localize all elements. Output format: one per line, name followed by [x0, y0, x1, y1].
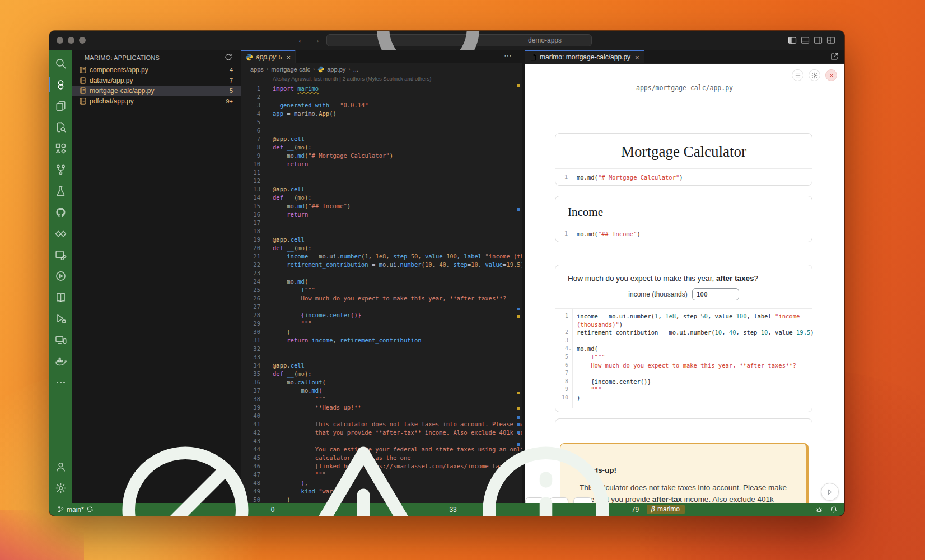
file-name: components/app.py: [90, 66, 148, 74]
preview-code-line: (thousands)"): [555, 321, 812, 329]
tab-app-py[interactable]: app.py 5 ×: [241, 50, 296, 63]
preview-code-line: 1income = mo.ui.number(1, 1e8, step=50, …: [555, 312, 812, 321]
diamonds-activity-item[interactable]: [49, 223, 72, 244]
vscode-window: ← → demo-apps MARIMO: APPLICATIONS: [49, 31, 844, 516]
docker-activity-item[interactable]: [49, 350, 72, 371]
file-row[interactable]: components/app.py 4: [72, 65, 241, 76]
ruler-mark: [517, 308, 520, 310]
code-line: 12: [241, 177, 522, 185]
open-external-icon[interactable]: [830, 52, 839, 60]
close-icon[interactable]: ×: [635, 53, 639, 62]
devices-icon: [55, 334, 67, 346]
book-activity-item[interactable]: [49, 286, 72, 308]
more-icon: [55, 377, 67, 388]
breadcrumb-item[interactable]: app.py: [327, 66, 345, 73]
menu-button[interactable]: [792, 69, 803, 81]
income-heading: Income: [568, 205, 603, 219]
file-name: pdfchat/app.py: [90, 97, 134, 105]
breadcrumb-item[interactable]: mortgage-calc: [271, 66, 310, 73]
cell-code[interactable]: mo.md("# Mortgage Calculator"): [572, 174, 683, 181]
file-list: components/app.py 4 dataviz/app.py 7 mor…: [72, 65, 241, 106]
command-center-label: demo-apps: [528, 36, 562, 44]
marimo-remote-badge[interactable]: β marimo: [647, 505, 685, 514]
zoom-window-button[interactable]: [79, 37, 86, 44]
code-line: 22 retirement_contribution = mo.ui.numbe…: [241, 261, 522, 269]
code-line: 20def __(mo):: [241, 244, 522, 252]
minimize-window-button[interactable]: [68, 37, 74, 44]
file-row[interactable]: dataviz/app.py 7: [72, 76, 241, 86]
history-forward-button[interactable]: →: [312, 35, 320, 44]
window-edit-activity-item[interactable]: [49, 244, 72, 265]
cell-code-block[interactable]: 1income = mo.ui.number(1, 1e8, step=50, …: [555, 308, 812, 408]
code-line: 35def __(mo):: [241, 370, 522, 378]
refresh-icon[interactable]: [224, 53, 233, 62]
code-line: 23: [241, 269, 522, 277]
breadcrumb[interactable]: apps›mortgage-calc›app.py›...: [241, 64, 522, 74]
more-actions-icon[interactable]: ⋯: [504, 51, 512, 60]
bell-icon[interactable]: [830, 506, 838, 514]
code-line: 28 {income.center()}: [241, 311, 522, 319]
warning-count: 33: [449, 506, 456, 514]
tab-marimo-preview[interactable]: marimo: mortgage-calc/app.py ×: [525, 50, 644, 63]
toggle-secondary-sidebar-icon[interactable]: [814, 36, 823, 45]
history-back-button[interactable]: ←: [297, 35, 305, 44]
code-line: 11: [241, 168, 522, 177]
sync-icon[interactable]: [86, 506, 94, 513]
menu-icon: [795, 72, 801, 79]
line-number: 1: [555, 169, 572, 185]
fold-chevron-icon[interactable]: ⌄: [569, 345, 572, 353]
git-branch-item[interactable]: main*: [57, 506, 94, 514]
symbols-icon: [55, 143, 67, 154]
beaker-activity-item[interactable]: [49, 180, 72, 201]
more-activity-item[interactable]: [49, 371, 72, 393]
customize-layout-icon[interactable]: [826, 36, 835, 45]
income-number-input[interactable]: 100: [692, 288, 739, 300]
marimo-explorer-activity-item[interactable]: [49, 74, 72, 95]
ruler-mark: [517, 392, 520, 394]
git-fork-activity-item[interactable]: [49, 159, 72, 180]
code-line: 17: [241, 219, 522, 227]
file-name: dataviz/app.py: [90, 77, 133, 84]
ruler-mark: [517, 315, 520, 318]
play-circle-icon: [55, 270, 67, 282]
code-line: 10 return: [241, 160, 522, 168]
copy-files-icon: [55, 100, 67, 112]
command-center[interactable]: demo-apps: [326, 34, 592, 46]
file-row[interactable]: pdfchat/app.py 9+: [72, 96, 241, 107]
run-activity-item[interactable]: [49, 308, 72, 329]
cell-card-title: Mortgage Calculator 1 mo.md("# Mortgage …: [555, 133, 812, 186]
code-line: 14def __(mo):: [241, 194, 522, 202]
file-search-activity-item[interactable]: [49, 116, 72, 138]
line-number: 1: [555, 225, 572, 242]
copy-files-activity-item[interactable]: [49, 95, 72, 116]
close-window-button[interactable]: [57, 37, 63, 44]
wallpaper-glow: [0, 510, 84, 560]
notebook-icon: [79, 77, 87, 84]
code-line: 36 mo.callout(: [241, 378, 522, 387]
shutdown-button[interactable]: [825, 69, 837, 81]
git-fork-icon: [55, 164, 67, 176]
search-activity-item[interactable]: [49, 53, 72, 74]
preview-code-line: 8 {income.center()}: [555, 378, 812, 386]
breadcrumb-item[interactable]: ...: [353, 66, 358, 73]
cell-code[interactable]: mo.md("## Income"): [572, 230, 641, 237]
devices-activity-item[interactable]: [49, 329, 72, 350]
notebook-icon: [79, 97, 87, 105]
file-row[interactable]: mortgage-calc/app.py 5: [72, 86, 241, 96]
remote-label: marimo: [657, 505, 680, 513]
toggle-sidebar-icon[interactable]: [788, 36, 797, 45]
run-cell-button[interactable]: [821, 483, 839, 501]
code-line: 9 mo.md("# Mortgage Calculator"): [241, 152, 522, 160]
bug-icon[interactable]: [815, 506, 823, 514]
problems-item[interactable]: 0 33 79: [101, 426, 639, 516]
play-circle-activity-item[interactable]: [49, 265, 72, 286]
symbols-activity-item[interactable]: [49, 138, 72, 159]
toggle-panel-icon[interactable]: [801, 36, 810, 45]
close-icon[interactable]: ×: [287, 53, 291, 62]
preview-code-line: 5 f""": [555, 353, 812, 361]
chevron-right-icon: ›: [348, 66, 350, 72]
settings-button[interactable]: [809, 69, 820, 81]
breadcrumb-item[interactable]: apps: [250, 66, 264, 73]
github-activity-item[interactable]: [49, 201, 72, 223]
question-text: How much do you expect to make this year…: [568, 274, 758, 283]
